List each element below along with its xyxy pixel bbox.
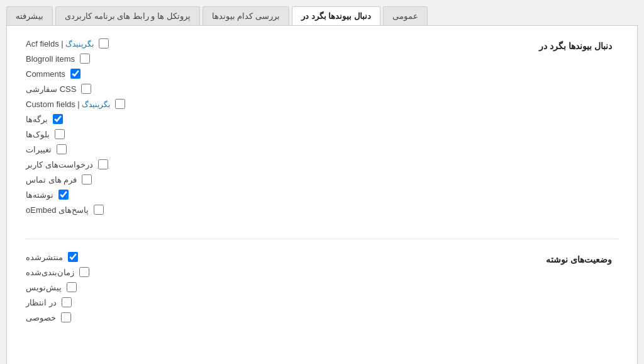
field-row-private: خصوصی (26, 312, 340, 322)
section-follow-backlinks: دنبال بیوندها بگرد در بگرینیدگ | Acf fie… (26, 38, 618, 220)
label-pages: برگه‌ها (26, 115, 48, 124)
label-acf_fields: بگرینیدگ | Acf fields (26, 39, 94, 48)
tab-protocols-and-user-interfaces[interactable]: پروتکل ها و رابط های برنامه کاربردی (55, 6, 200, 25)
checkbox-custom_fields[interactable] (115, 99, 125, 109)
checkbox-published[interactable] (68, 252, 78, 262)
field-row-pending: در انتظار (26, 297, 340, 307)
label-user_requests: درخواست‌های کاربر (26, 160, 93, 169)
field-row-blogroll_items: Blogroll items (26, 54, 340, 64)
checkbox-scheduled[interactable] (79, 267, 89, 277)
section-title-follow: دنبال بیوندها بگرد در (492, 38, 618, 220)
label-changes: تغییرات (26, 145, 52, 154)
tab-navigation: عمومیدنبال بیوندها بگرد دربررسی کدام بیو… (0, 0, 644, 25)
checkbox-oembed_responses[interactable] (94, 205, 104, 215)
label-css: CSS سفارشی (26, 84, 76, 94)
checkbox-blocks[interactable] (55, 129, 65, 139)
tab-check-which-backlinks[interactable]: بررسی کدام بیوندها (203, 6, 289, 25)
checkbox-blogroll_items[interactable] (80, 54, 90, 64)
section-content-statuses: منتشرشدهزمان‌بندی‌شدهپیش‌نویسدر انتظارخص… (26, 252, 492, 327)
field-row-contact_forms: فرم های تماس (26, 174, 340, 185)
checkbox-changes[interactable] (57, 144, 67, 154)
checkbox-comments[interactable] (70, 69, 80, 79)
checkbox-pending[interactable] (62, 297, 72, 307)
checkbox-private[interactable] (61, 312, 71, 322)
field-row-css: CSS سفارشی (26, 84, 340, 94)
section-divider (26, 239, 618, 239)
checkbox-contact_forms[interactable] (82, 174, 92, 185)
label-private: خصوصی (26, 313, 56, 322)
field-row-posts: نوشته‌ها (26, 190, 340, 200)
tab-general[interactable]: عمومی (383, 6, 428, 25)
tab-follow-backlinks[interactable]: دنبال بیوندها بگرد در (292, 6, 380, 25)
label-posts: نوشته‌ها (26, 190, 53, 200)
section-content-follow: بگرینیدگ | Acf fieldsBlogroll itemsComme… (26, 38, 492, 220)
label-draft: پیش‌نویس (26, 283, 62, 292)
checkbox-posts[interactable] (58, 190, 69, 200)
checkbox-user_requests[interactable] (98, 159, 108, 169)
field-row-blocks: بلوک‌ها (26, 129, 340, 139)
field-row-scheduled: زمان‌بندی‌شده (26, 267, 340, 277)
label-oembed_responses: پاسخ‌های oEmbed (26, 205, 89, 215)
link-acf_fields[interactable]: بگرینیدگ (65, 40, 94, 48)
field-row-acf_fields: بگرینیدگ | Acf fields (26, 38, 340, 48)
field-row-changes: تغییرات (26, 144, 340, 154)
field-row-custom_fields: بگرینیدگ | Custom fields (26, 99, 340, 109)
link-custom_fields[interactable]: بگرینیدگ (82, 100, 110, 109)
checkbox-acf_fields[interactable] (99, 38, 109, 48)
field-row-comments: Comments (26, 69, 340, 79)
field-row-draft: پیش‌نویس (26, 282, 340, 292)
label-custom_fields: بگرینیدگ | Custom fields (26, 100, 110, 109)
section-title-statuses: وضعیت‌های نوشته (492, 252, 618, 327)
section-post-statuses: وضعیت‌های نوشته منتشرشدهزمان‌بندی‌شدهپیش… (26, 252, 618, 327)
label-blogroll_items: Blogroll items (26, 54, 75, 64)
label-scheduled: زمان‌بندی‌شده (26, 268, 74, 277)
checkbox-pages[interactable] (53, 114, 63, 124)
label-contact_forms: فرم های تماس (26, 175, 77, 185)
checkbox-draft[interactable] (67, 282, 77, 292)
content-area: دنبال بیوندها بگرد در بگرینیدگ | Acf fie… (6, 25, 638, 364)
field-row-oembed_responses: پاسخ‌های oEmbed (26, 205, 340, 215)
field-row-user_requests: درخواست‌های کاربر (26, 159, 340, 169)
label-blocks: بلوک‌ها (26, 130, 50, 139)
checkbox-css[interactable] (81, 84, 91, 94)
label-comments: Comments (26, 69, 65, 79)
label-published: منتشرشده (26, 253, 63, 262)
field-row-published: منتشرشده (26, 252, 340, 262)
tab-advanced[interactable]: بیشرفته (6, 6, 53, 25)
label-pending: در انتظار (26, 298, 57, 307)
field-row-pages: برگه‌ها (26, 114, 340, 124)
